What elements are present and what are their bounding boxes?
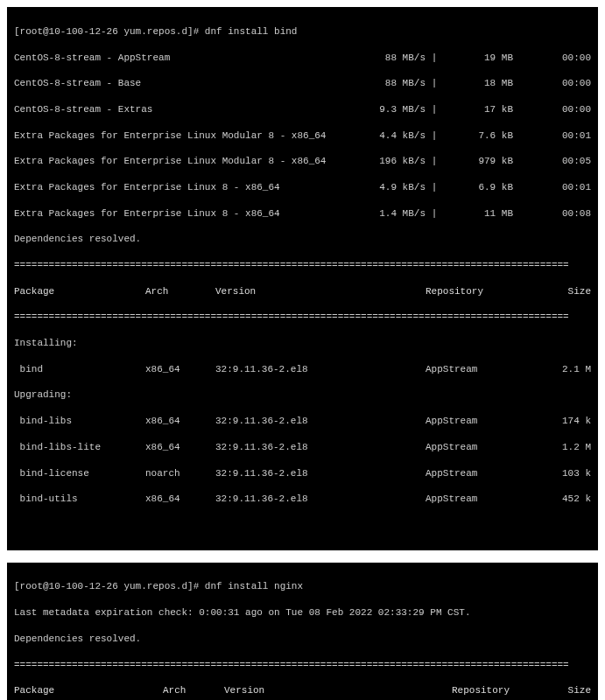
pkg-row: bindx86_6432:9.11.36-2.el8AppStream2.1 M xyxy=(14,363,591,376)
download-row: Extra Packages for Enterprise Linux 8 - … xyxy=(14,181,591,194)
section-label: Upgrading: xyxy=(14,388,591,402)
pkg-row: bind-licensenoarch32:9.11.36-2.el8AppStr… xyxy=(14,467,591,480)
column-header: PackageArchVersionRepositorySize xyxy=(14,684,591,697)
rule: ========================================… xyxy=(14,311,591,324)
pkg-row: bind-libs-litex86_6432:9.11.36-2.el8AppS… xyxy=(14,441,591,454)
pkg-row: bind-utilsx86_6432:9.11.36-2.el8AppStrea… xyxy=(14,493,591,506)
column-header: PackageArchVersionRepositorySize xyxy=(14,285,591,298)
download-row: CentOS-8-stream - AppStream88 MB/s|19 MB… xyxy=(14,52,591,65)
pkg-row: bind-libsx86_6432:9.11.36-2.el8AppStream… xyxy=(14,415,591,428)
prompt-line: [root@10-100-12-26 yum.repos.d]# dnf ins… xyxy=(14,25,591,38)
section-label: Installing: xyxy=(14,337,591,350)
deps-line: Dependencies resolved. xyxy=(14,233,591,246)
terminal-block-2: [root@10-100-12-26 yum.repos.d]# dnf ins… xyxy=(7,563,598,700)
prompt-line: [root@10-100-12-26 yum.repos.d]# dnf ins… xyxy=(14,580,591,593)
terminal-block-1: [root@10-100-12-26 yum.repos.d]# dnf ins… xyxy=(7,7,598,550)
rule: ========================================… xyxy=(14,659,591,672)
download-row: Extra Packages for Enterprise Linux Modu… xyxy=(14,130,591,143)
download-row: CentOS-8-stream - Extras9.3 MB/s|17 kB00… xyxy=(14,103,591,116)
download-row: Extra Packages for Enterprise Linux Modu… xyxy=(14,155,591,168)
meta-line: Last metadata expiration check: 0:00:31 … xyxy=(14,606,591,620)
download-row: Extra Packages for Enterprise Linux 8 - … xyxy=(14,207,591,220)
rule: ========================================… xyxy=(14,259,591,272)
download-row: CentOS-8-stream - Base88 MB/s|18 MB00:00 xyxy=(14,77,591,90)
deps-line: Dependencies resolved. xyxy=(14,633,591,646)
